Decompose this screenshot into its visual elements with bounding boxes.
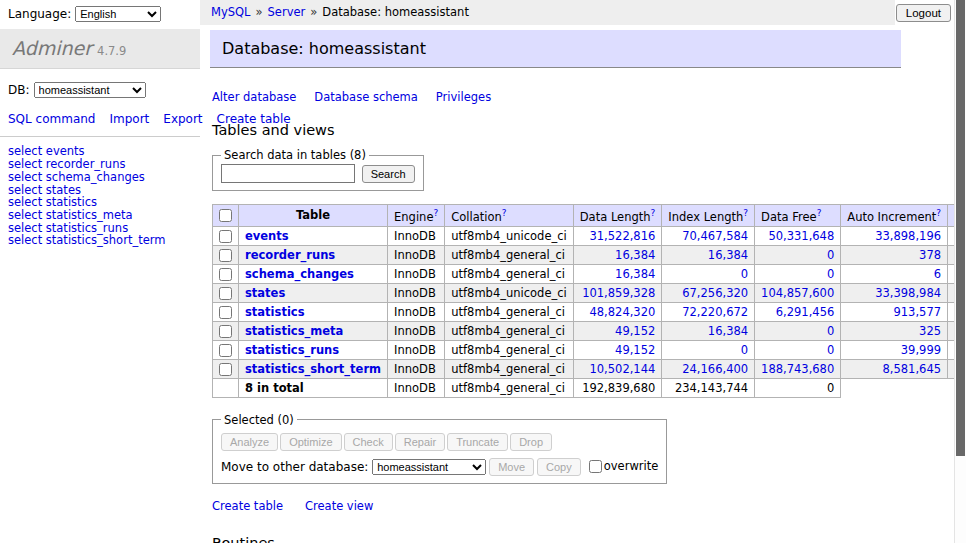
table-link-statistics-runs[interactable]: statistics_runs: [245, 343, 339, 357]
cell-data-free-link[interactable]: 6,291,456: [776, 305, 835, 319]
optimize-button[interactable]: Optimize: [280, 433, 341, 451]
cell-auto-increment-link[interactable]: 8,581,645: [883, 362, 942, 376]
cell-index-length-link[interactable]: 24,166,400: [682, 362, 748, 376]
cell-data-length-link[interactable]: 49,152: [615, 343, 655, 357]
total-data-length: 192,839,680: [573, 378, 662, 397]
cell-data-free-link[interactable]: 0: [827, 248, 834, 262]
table-link-states[interactable]: states: [245, 286, 285, 300]
sidebar-link-import[interactable]: Import: [109, 112, 149, 126]
table-link-schema-changes[interactable]: schema_changes: [245, 267, 354, 281]
db-select[interactable]: homeassistant: [34, 82, 146, 98]
link-create-table[interactable]: Create table: [212, 499, 283, 513]
column-help-link[interactable]: ?: [502, 208, 507, 218]
row-checkbox[interactable]: [219, 249, 232, 262]
row-checkbox[interactable]: [219, 325, 232, 338]
column-header-label: Engine: [394, 210, 433, 224]
sidebar-link-export[interactable]: Export: [163, 112, 202, 126]
cell-data-free-link[interactable]: 104,857,600: [761, 286, 834, 300]
cell-index-length-link[interactable]: 0: [741, 267, 748, 281]
cell-data-free-link[interactable]: 0: [827, 324, 834, 338]
column-help-link[interactable]: ?: [936, 208, 941, 218]
row-checkbox[interactable]: [219, 230, 232, 243]
link-alter-database[interactable]: Alter database: [212, 90, 296, 104]
row-checkbox[interactable]: [219, 268, 232, 281]
cell-auto-increment-link[interactable]: 39,999: [901, 343, 941, 357]
cell-data-length-link[interactable]: 49,152: [615, 324, 655, 338]
link-create-view[interactable]: Create view: [305, 499, 373, 513]
drop-button[interactable]: Drop: [510, 433, 552, 451]
cell-data-length-link[interactable]: 16,384: [615, 248, 655, 262]
cell-auto-increment-link[interactable]: 325: [919, 324, 941, 338]
logout-button[interactable]: Logout: [896, 4, 951, 22]
cell-data-free-link[interactable]: 188,743,680: [761, 362, 834, 376]
truncate-button[interactable]: Truncate: [447, 433, 508, 451]
cell-index-length-link[interactable]: 67,256,320: [682, 286, 748, 300]
cell-index-length-link[interactable]: 70,467,584: [682, 229, 748, 243]
repair-button[interactable]: Repair: [395, 433, 445, 451]
sidebar-link-sql-command[interactable]: SQL command: [8, 112, 95, 126]
scrollbar-thumb[interactable]: [956, 0, 965, 456]
table-link-statistics-meta[interactable]: statistics_meta: [245, 324, 343, 338]
cell-data-free-link[interactable]: 0: [827, 267, 834, 281]
cell-index-length-link[interactable]: 16,384: [708, 324, 748, 338]
cell-data-length-link[interactable]: 48,824,320: [589, 305, 655, 319]
move-button[interactable]: Move: [489, 458, 534, 476]
vertical-scrollbar[interactable]: [954, 0, 966, 543]
column-help-link[interactable]: ?: [817, 208, 822, 218]
column-header-data-length: Data Length?: [573, 205, 662, 227]
total-collation: utf8mb4_general_ci: [445, 378, 574, 397]
table-link-statistics[interactable]: statistics: [245, 305, 305, 319]
cell-data-length-link[interactable]: 101,859,328: [582, 286, 655, 300]
row-checkbox[interactable]: [219, 363, 232, 376]
row-checkbox[interactable]: [219, 344, 232, 357]
cell-data-free-link[interactable]: 0: [827, 343, 834, 357]
cell-data-length-link[interactable]: 10,502,144: [589, 362, 655, 376]
cell-index-length-link[interactable]: 0: [741, 343, 748, 357]
cell-data-length-link[interactable]: 16,384: [615, 267, 655, 281]
analyze-button[interactable]: Analyze: [221, 433, 278, 451]
table-row: statistics_runsInnoDButf8mb4_general_ci4…: [213, 340, 966, 359]
overwrite-option: overwrite: [589, 459, 659, 473]
language-select[interactable]: English: [75, 6, 161, 22]
table-link-statistics-short-term[interactable]: statistics_short_term: [245, 362, 381, 376]
overwrite-checkbox[interactable]: [589, 460, 602, 473]
cell-index-length-link[interactable]: 16,384: [708, 248, 748, 262]
column-help-link[interactable]: ?: [433, 208, 438, 218]
copy-button[interactable]: Copy: [537, 458, 581, 476]
move-database-select[interactable]: homeassistant: [372, 459, 486, 475]
cell-auto-increment-link[interactable]: 33,398,984: [875, 286, 941, 300]
row-checkbox[interactable]: [219, 287, 232, 300]
column-header-data-free: Data Free?: [755, 205, 841, 227]
row-checkbox[interactable]: [219, 306, 232, 319]
cell-auto-increment-link[interactable]: 913,577: [893, 305, 941, 319]
column-help-link[interactable]: ?: [743, 208, 748, 218]
breadcrumb-link-mysql[interactable]: MySQL: [211, 5, 251, 19]
breadcrumb-link-server[interactable]: Server: [268, 5, 306, 19]
link-database-schema[interactable]: Database schema: [314, 90, 417, 104]
check-button[interactable]: Check: [344, 433, 393, 451]
cell-data-length-link[interactable]: 31,522,816: [589, 229, 655, 243]
cell-table-name: events: [239, 226, 388, 245]
search-button[interactable]: Search: [362, 165, 415, 183]
column-help-link[interactable]: ?: [651, 208, 656, 218]
search-legend: Search data in tables (8): [221, 148, 369, 162]
sidebar-item-select-statistics-short-term[interactable]: select statistics_short_term: [8, 233, 165, 247]
cell-auto-increment-link[interactable]: 33,898,196: [875, 229, 941, 243]
table-link-recorder-runs[interactable]: recorder_runs: [245, 248, 335, 262]
select-all-checkbox[interactable]: [219, 209, 232, 222]
table-link-events[interactable]: events: [245, 229, 289, 243]
cell-auto-increment-link[interactable]: 378: [919, 248, 941, 262]
cell-data-length: 49,152: [573, 321, 662, 340]
cell-engine: InnoDB: [388, 264, 445, 283]
cell-index-length-link[interactable]: 72,220,672: [682, 305, 748, 319]
cell-data-free-link[interactable]: 50,331,648: [768, 229, 834, 243]
column-header-engine: Engine?: [388, 205, 445, 227]
table-total-row: 8 in totalInnoDButf8mb4_general_ci192,83…: [213, 378, 966, 397]
search-input[interactable]: [221, 164, 355, 183]
cell-auto-increment-link[interactable]: 6: [934, 267, 941, 281]
column-header-label: Data Free: [761, 210, 817, 224]
cell-table-name: statistics_meta: [239, 321, 388, 340]
link-privileges[interactable]: Privileges: [436, 90, 491, 104]
db-label: DB:: [8, 83, 30, 97]
cell-table-name: statistics_short_term: [239, 359, 388, 378]
